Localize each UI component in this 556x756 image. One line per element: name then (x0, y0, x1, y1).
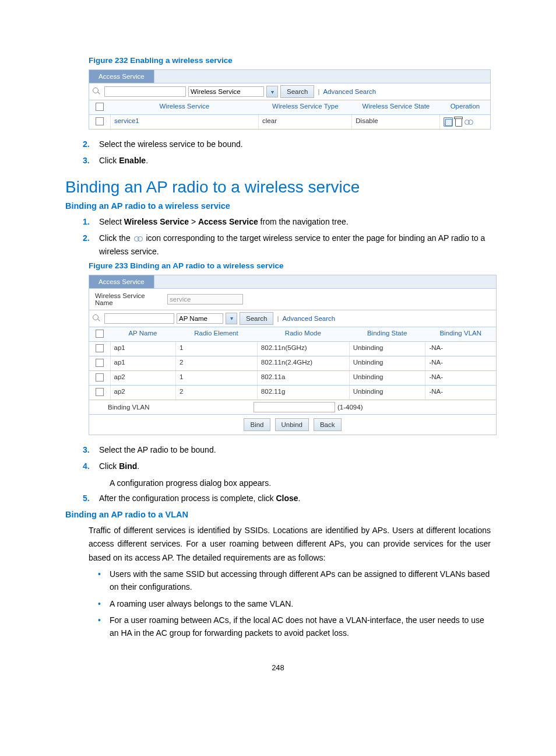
row-checkbox[interactable] (96, 388, 104, 396)
chevron-down-icon[interactable]: ▾ (226, 313, 237, 324)
step-text: Select the AP radio to be bound. (99, 445, 216, 454)
tab-bar-spacer (154, 70, 490, 83)
cell-radio-mode: 802.11a (257, 371, 349, 385)
binding-vlan-input[interactable] (254, 402, 335, 412)
cell-binding-state: Unbinding (349, 342, 425, 356)
step-text-pre: Click the (99, 233, 133, 243)
steps-after-fig232: 2. Select the wireless service to be bou… (89, 138, 491, 167)
cell-binding-vlan: -NA- (425, 371, 496, 385)
step-1: 1. Select Wireless Service > Access Serv… (89, 215, 491, 228)
search-text-input[interactable] (104, 313, 174, 324)
cell-radio-element: 1 (175, 371, 257, 385)
bind-button[interactable]: Bind (244, 418, 270, 431)
cell-binding-state: Unbinding (349, 356, 425, 370)
step-text: Select the wireless service to be bound. (99, 139, 243, 149)
step-3: 3. Select the AP radio to be bound. (89, 443, 491, 456)
step-4-subtext: A configuration progress dialog box appe… (110, 477, 491, 489)
step-num: 4. (83, 460, 90, 473)
list-item: For a user roaming between ACs, if the l… (89, 614, 491, 640)
cell-ap-name: ap1 (110, 342, 176, 356)
trash-icon[interactable] (455, 119, 462, 127)
cell-binding-vlan: -NA- (425, 386, 496, 400)
cell-binding-state: Unbinding (349, 371, 425, 385)
step-text-bold2: Access Service (198, 217, 258, 226)
cell-radio-mode: 802.11n(5GHz) (257, 342, 349, 356)
step-5: 5. After the configuration process is co… (89, 492, 491, 505)
cell-ap-name: ap2 (110, 371, 176, 385)
step-3: 3. Click Enable. (89, 154, 491, 167)
tab-access-service[interactable]: Access Service (89, 70, 154, 83)
step-text-post: from the navigation tree. (258, 217, 349, 226)
table-row: ap21802.11aUnbinding-NA- (89, 371, 497, 386)
advanced-search-link[interactable]: Advanced Search (282, 315, 335, 322)
list-item: Users with the same SSID but accessing t… (89, 568, 491, 594)
select-all-checkbox[interactable] (96, 103, 104, 111)
step-text-pre: After the configuration process is compl… (99, 494, 276, 503)
tab-access-service[interactable]: Access Service (89, 275, 154, 288)
figure-233-caption: Figure 233 Binding an AP radio to a wire… (89, 261, 491, 270)
col-radio-mode: Radio Mode (257, 327, 349, 341)
search-field-select[interactable] (177, 313, 223, 324)
step-num: 3. (83, 154, 90, 167)
link-icon (134, 236, 143, 241)
cell-service-type: clear (258, 115, 351, 129)
step-text-pre: Click (99, 156, 119, 165)
label-binding-vlan: Binding VLAN (104, 404, 172, 411)
search-button[interactable]: Search (280, 85, 314, 98)
search-icon (93, 314, 101, 323)
steps-after-fig233-cont: 5. After the configuration process is co… (89, 492, 491, 505)
step-text-pre: Click (99, 461, 119, 471)
step-num: 2. (83, 232, 90, 244)
table-row: ap22802.11gUnbinding-NA- (89, 386, 497, 400)
figure-232-screenshot: Access Service ▾ Search | Advanced Searc… (89, 69, 491, 130)
label-wireless-service-name: Wireless Service Name (95, 292, 161, 306)
step-text-mid: > (189, 217, 198, 226)
row-checkbox[interactable] (96, 117, 104, 125)
step-text-post: . (137, 461, 139, 471)
divider: | (316, 88, 321, 95)
select-all-checkbox[interactable] (96, 330, 104, 338)
table-row: ap12802.11n(2.4GHz)Unbinding-NA- (89, 356, 497, 371)
advanced-search-link[interactable]: Advanced Search (323, 88, 376, 95)
step-text-bold: Wireless Service (124, 217, 189, 226)
step-text-bold: Close (276, 494, 298, 503)
copy-icon[interactable] (444, 117, 453, 127)
step-text-post: . (298, 494, 301, 503)
list-item: A roaming user always belongs to the sam… (89, 597, 491, 610)
step-text-post: icon corresponding to the target wireles… (99, 233, 485, 256)
col-radio-element: Radio Element (175, 327, 257, 341)
cell-radio-mode: 802.11n(2.4GHz) (257, 356, 349, 370)
cell-radio-element: 2 (175, 386, 257, 400)
cell-radio-mode: 802.11g (257, 386, 349, 400)
col-service-type: Wireless Service Type (259, 100, 352, 114)
table-row: ap11802.11n(5GHz)Unbinding-NA- (89, 342, 497, 356)
subheading-binding-ap-radio: Binding an AP radio to a wireless servic… (65, 201, 491, 211)
figure-233-screenshot: Access Service Wireless Service Name ▾ S… (89, 275, 497, 435)
wireless-service-name-input[interactable] (167, 294, 243, 304)
row-checkbox[interactable] (96, 359, 104, 367)
heading-binding-ap-radio: Binding an AP radio to a wireless servic… (65, 178, 491, 197)
cell-radio-element: 1 (175, 342, 257, 356)
row-checkbox[interactable] (96, 344, 104, 352)
search-button[interactable]: Search (240, 312, 273, 325)
tab-bar-spacer (154, 275, 496, 288)
search-field-select[interactable] (188, 86, 264, 97)
subheading-binding-vlan: Binding an AP radio to a VLAN (65, 510, 491, 519)
col-binding-state: Binding State (349, 327, 425, 341)
col-ap-name: AP Name (110, 327, 175, 341)
cell-service-name[interactable]: service1 (110, 115, 258, 129)
unbind-button[interactable]: Unbind (275, 418, 309, 431)
divider: | (276, 315, 280, 322)
cell-ap-name: ap2 (110, 386, 176, 400)
col-wireless-service: Wireless Service (110, 100, 259, 114)
back-button[interactable]: Back (314, 418, 342, 431)
step-num: 1. (83, 215, 90, 228)
step-2: 2. Click the icon corresponding to the t… (89, 232, 491, 258)
chevron-down-icon[interactable]: ▾ (266, 86, 278, 97)
link-icon[interactable] (464, 120, 473, 124)
step-num: 2. (83, 138, 90, 150)
vlan-bullet-list: Users with the same SSID but accessing t… (89, 568, 491, 640)
row-checkbox[interactable] (96, 373, 104, 382)
search-text-input[interactable] (104, 86, 186, 97)
cell-ap-name: ap1 (110, 356, 176, 370)
